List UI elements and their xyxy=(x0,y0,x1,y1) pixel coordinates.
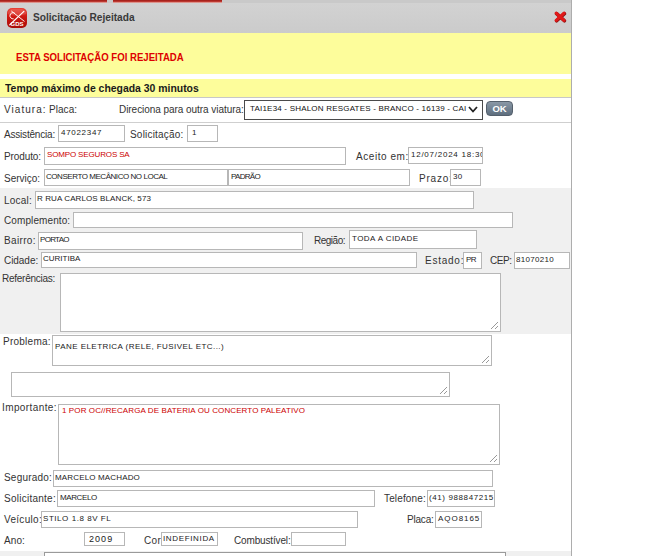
svg-text:GDS: GDS xyxy=(11,21,24,27)
